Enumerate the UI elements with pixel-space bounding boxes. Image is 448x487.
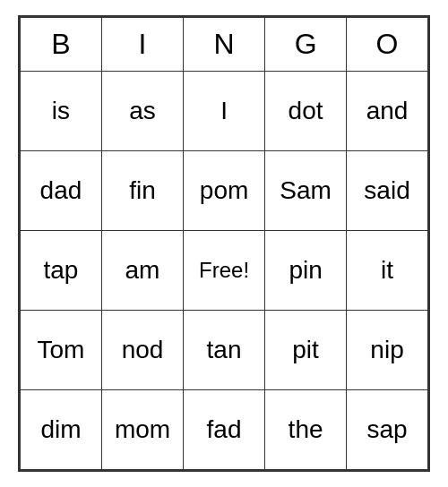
cell-r0-c3: dot bbox=[265, 72, 347, 151]
table-row: isasIdotand bbox=[21, 72, 428, 151]
cell-r2-c2: Free! bbox=[184, 231, 265, 311]
cell-r0-c1: as bbox=[101, 72, 183, 151]
table-row: Tomnodtanpitnip bbox=[21, 311, 428, 390]
cell-r1-c2: pom bbox=[184, 151, 265, 231]
cell-r4-c1: mom bbox=[101, 390, 183, 470]
cell-r1-c0: dad bbox=[21, 151, 102, 231]
cell-r2-c1: am bbox=[101, 231, 183, 311]
bingo-table: B I N G O isasIdotanddadfinpomSamsaidtap… bbox=[20, 17, 428, 470]
cell-r2-c0: tap bbox=[21, 231, 102, 311]
table-row: tapamFree!pinit bbox=[21, 231, 428, 311]
cell-r3-c1: nod bbox=[101, 311, 183, 390]
header-g: G bbox=[265, 18, 347, 72]
cell-r1-c1: fin bbox=[101, 151, 183, 231]
cell-r4-c4: sap bbox=[347, 390, 428, 470]
header-n: N bbox=[184, 18, 265, 72]
header-i: I bbox=[101, 18, 183, 72]
cell-r0-c2: I bbox=[184, 72, 265, 151]
cell-r0-c4: and bbox=[347, 72, 428, 151]
header-row: B I N G O bbox=[21, 18, 428, 72]
bingo-card: B I N G O isasIdotanddadfinpomSamsaidtap… bbox=[18, 15, 430, 472]
cell-r3-c0: Tom bbox=[21, 311, 102, 390]
cell-r1-c4: said bbox=[347, 151, 428, 231]
header-o: O bbox=[347, 18, 428, 72]
cell-r2-c4: it bbox=[347, 231, 428, 311]
cell-r0-c0: is bbox=[21, 72, 102, 151]
cell-r2-c3: pin bbox=[265, 231, 347, 311]
cell-r3-c4: nip bbox=[347, 311, 428, 390]
cell-r3-c2: tan bbox=[184, 311, 265, 390]
cell-r4-c3: the bbox=[265, 390, 347, 470]
cell-r4-c0: dim bbox=[21, 390, 102, 470]
header-b: B bbox=[21, 18, 102, 72]
cell-r3-c3: pit bbox=[265, 311, 347, 390]
table-row: dimmomfadthesap bbox=[21, 390, 428, 470]
cell-r1-c3: Sam bbox=[265, 151, 347, 231]
cell-r4-c2: fad bbox=[184, 390, 265, 470]
table-row: dadfinpomSamsaid bbox=[21, 151, 428, 231]
